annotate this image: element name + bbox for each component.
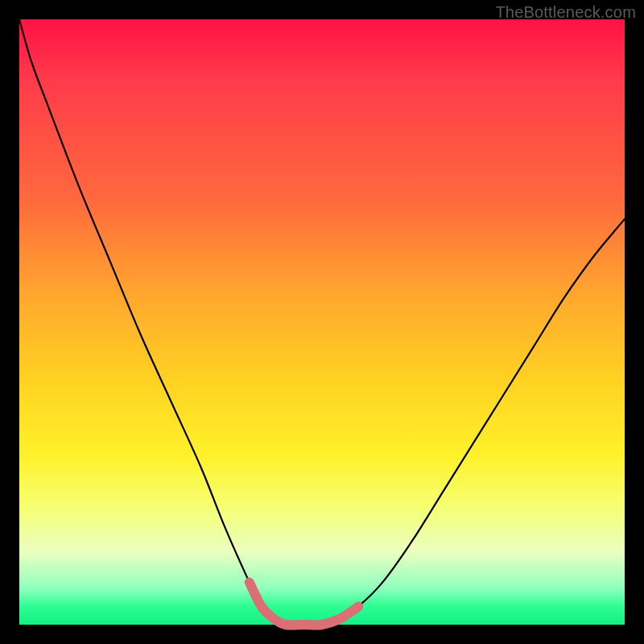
plot-area [19, 19, 625, 625]
bottleneck-curve [19, 19, 625, 625]
curve-svg [19, 19, 625, 625]
chart-container: TheBottleneck.com [0, 0, 644, 644]
optimal-range-highlight [250, 582, 358, 625]
